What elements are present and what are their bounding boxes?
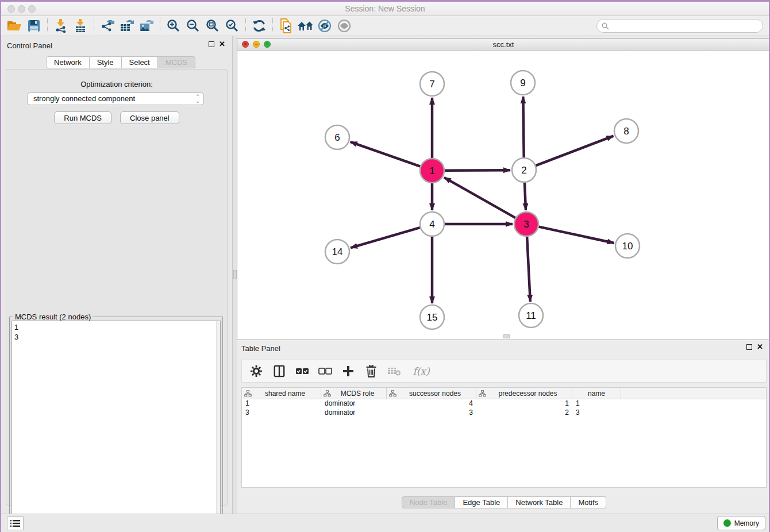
graph-edge-1-2[interactable] — [445, 170, 510, 171]
memory-button[interactable]: Memory — [717, 516, 765, 530]
column-header-name[interactable]: name — [572, 388, 621, 399]
table-row[interactable]: 1dominator411 — [242, 399, 766, 408]
delete-trash-icon[interactable] — [364, 364, 379, 379]
graph-edge-3-11[interactable] — [527, 237, 530, 302]
table-settings-gear-icon[interactable] — [249, 364, 264, 379]
column-type-icon — [389, 390, 396, 397]
optimization-criterion-dropdown[interactable]: strongly connected component ⌃⌄ — [27, 92, 204, 105]
graph-edge-4-14[interactable] — [351, 228, 420, 248]
select-all-icon[interactable] — [295, 364, 310, 379]
close-panel-button[interactable]: Close panel — [120, 111, 179, 124]
hide-selected-icon[interactable] — [315, 17, 335, 34]
title-bar: Session: New Session — [1, 2, 769, 16]
apply-layout-icon[interactable] — [249, 17, 269, 34]
column-header-MCDS-role[interactable]: MCDS role — [321, 388, 387, 399]
function-builder-icon: f(x) — [410, 364, 433, 379]
new-network-from-selection-icon[interactable] — [276, 17, 296, 34]
task-history-button[interactable] — [7, 516, 24, 530]
graph-node-label: 3 — [523, 219, 529, 230]
column-type-icon — [244, 390, 252, 397]
table-panel: Table Panel ✕ — [237, 340, 770, 514]
zoom-out-icon[interactable] — [183, 17, 203, 34]
column-type-icon — [479, 390, 486, 397]
graph-edge-2-9[interactable] — [523, 97, 523, 157]
tab-network[interactable]: Network — [46, 56, 90, 68]
network-title-bar[interactable]: ✕ − + scc.txt — [237, 38, 769, 51]
window-top-border — [1, 0, 769, 2]
export-network-icon[interactable] — [98, 17, 117, 34]
table-cell[interactable]: 3 — [387, 408, 476, 418]
open-session-icon[interactable] — [5, 17, 24, 34]
graph-node-label: 10 — [622, 241, 633, 252]
zoom-selected-icon[interactable] — [222, 17, 242, 34]
table-panel-buttons: ✕ — [746, 344, 763, 350]
table-cell[interactable]: dominator — [321, 399, 387, 408]
tab-style[interactable]: Style — [90, 56, 122, 68]
search-field[interactable] — [596, 19, 763, 33]
table-cell[interactable]: 2 — [476, 408, 572, 418]
tab-node-table[interactable]: Node Table — [402, 496, 456, 508]
tab-edge-table[interactable]: Edge Table — [455, 496, 508, 508]
column-header-predecessor-nodes[interactable]: predecessor nodes — [476, 388, 572, 399]
import-network-icon[interactable] — [51, 17, 71, 34]
network-graph[interactable]: 7968124314101511 — [237, 51, 769, 340]
export-table-icon[interactable] — [117, 17, 137, 34]
import-table-icon[interactable] — [71, 17, 90, 34]
graph-node-label: 4 — [429, 219, 434, 230]
zoom-in-icon[interactable] — [164, 17, 183, 34]
graph-node-label: 8 — [623, 126, 629, 137]
window-title: Session: New Session — [1, 4, 769, 13]
column-header-shared-name[interactable]: shared name — [242, 388, 321, 399]
panel-split-divider[interactable] — [232, 36, 237, 514]
graph-edge-1-6[interactable] — [351, 142, 421, 167]
tab-mcds[interactable]: MCDS — [158, 56, 195, 68]
toolbar-separator — [245, 18, 246, 33]
network-resize-handle[interactable] — [503, 334, 510, 338]
tab-motifs[interactable]: Motifs — [571, 496, 606, 508]
graph-node-label: 1 — [429, 165, 434, 176]
graph-node-label: 7 — [429, 79, 434, 90]
tab-select[interactable]: Select — [122, 56, 158, 68]
table-row[interactable]: 3dominator323 — [242, 408, 766, 418]
table-cell[interactable]: 3 — [572, 408, 621, 418]
float-panel-icon[interactable] — [746, 344, 752, 350]
column-header-successor-nodes[interactable]: successor nodes — [387, 388, 476, 399]
graph-node-label: 11 — [526, 310, 536, 321]
save-session-icon[interactable] — [24, 17, 44, 34]
graph-edge-3-1[interactable] — [444, 178, 515, 218]
table-cell[interactable]: 4 — [387, 399, 476, 408]
delete-column-icon — [387, 364, 402, 379]
graph-node-label: 2 — [521, 165, 526, 176]
table-cell[interactable]: 3 — [242, 408, 321, 418]
first-neighbors-icon[interactable] — [296, 17, 315, 34]
main-toolbar — [1, 16, 769, 36]
tab-network-table[interactable]: Network Table — [508, 496, 571, 508]
toolbar-separator — [272, 18, 273, 33]
table-panel-title: Table Panel — [241, 344, 280, 353]
table-cell[interactable]: 1 — [242, 399, 321, 408]
graph-edge-3-10[interactable] — [539, 227, 614, 243]
table-cell[interactable]: dominator — [321, 408, 387, 418]
run-mcds-button[interactable]: Run MCDS — [54, 111, 111, 124]
application-window: Session: New Session — [0, 0, 770, 532]
status-bar: Memory — [1, 514, 769, 532]
show-all-icon[interactable] — [335, 17, 355, 34]
result-scrollbar[interactable] — [216, 321, 220, 531]
float-panel-icon[interactable] — [209, 41, 214, 47]
mcds-result-text[interactable]: 1 3 — [11, 321, 221, 531]
search-input[interactable] — [611, 22, 763, 30]
deselect-all-icon[interactable] — [318, 364, 333, 379]
network-canvas[interactable]: 7968124314101511 — [237, 51, 769, 340]
show-columns-icon[interactable] — [272, 364, 287, 379]
graph-edge-2-3[interactable] — [525, 183, 526, 210]
table-cell[interactable]: 1 — [572, 399, 621, 408]
close-panel-icon[interactable]: ✕ — [757, 344, 763, 350]
graph-node-label: 14 — [332, 246, 343, 257]
optimization-criterion-label: Optimization criterion: — [6, 80, 227, 88]
add-icon[interactable] — [341, 364, 356, 379]
export-image-icon[interactable] — [137, 17, 156, 34]
zoom-fit-icon[interactable] — [203, 17, 222, 34]
close-panel-icon[interactable]: ✕ — [219, 41, 225, 47]
table-cell[interactable]: 1 — [476, 399, 572, 408]
graph-edge-2-8[interactable] — [536, 136, 614, 166]
